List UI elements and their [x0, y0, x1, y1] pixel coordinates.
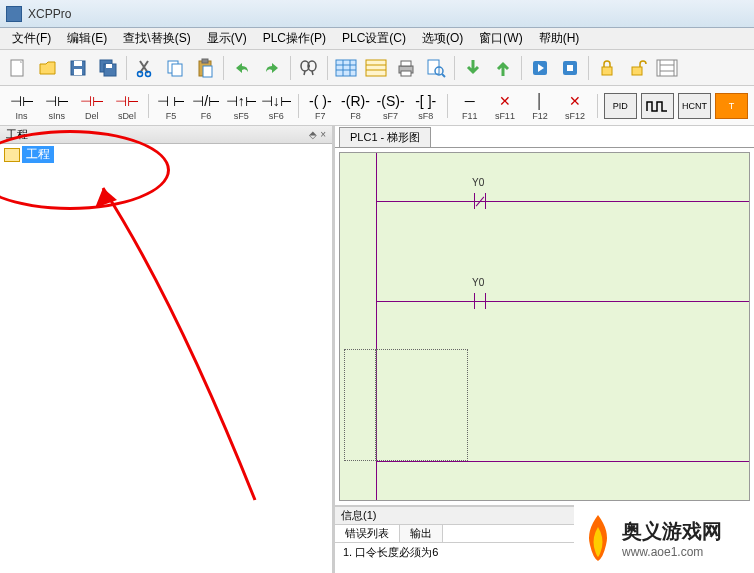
rung2-contact[interactable] [470, 293, 490, 309]
unlock-button[interactable] [623, 54, 651, 82]
folder-icon [4, 148, 20, 162]
project-sidebar: 工程 ⬘ × 工程 [0, 126, 335, 573]
watermark-title: 奥义游戏网 [622, 518, 722, 545]
rung2-label: Y0 [472, 277, 484, 288]
lb-f5[interactable]: ⊣ ⊢F5 [155, 91, 186, 121]
lb-del[interactable]: ⊣⊢Del [76, 91, 107, 121]
lb-t[interactable]: T [715, 93, 748, 119]
rung1-contact[interactable] [470, 193, 490, 209]
lock-button[interactable] [593, 54, 621, 82]
sidebar-title: 工程 [6, 127, 28, 142]
tab-plc1[interactable]: PLC1 - 梯形图 [339, 127, 431, 147]
watermark-url: www.aoe1.com [622, 545, 722, 559]
menubar: 文件(F) 编辑(E) 查找\替换(S) 显示(V) PLC操作(P) PLC设… [0, 28, 754, 50]
sidebar-pin-icon[interactable]: ⬘ × [309, 129, 326, 140]
ladder-view-button[interactable] [653, 54, 681, 82]
run-button[interactable] [526, 54, 554, 82]
lb-ins[interactable]: ⊣⊢Ins [6, 91, 37, 121]
svg-rect-2 [74, 61, 82, 66]
svg-rect-25 [567, 65, 573, 71]
tree-root[interactable]: 工程 [0, 144, 332, 165]
lb-f8[interactable]: -(R)-F8 [340, 91, 371, 121]
lb-sf6[interactable]: ⊣↓⊢sF6 [261, 91, 292, 121]
lb-pulse[interactable] [641, 93, 674, 119]
redo-button[interactable] [258, 54, 286, 82]
stop-button[interactable] [556, 54, 584, 82]
lb-pid[interactable]: PID [604, 93, 637, 119]
editor-tabs: PLC1 - 梯形图 [335, 126, 754, 148]
paste-button[interactable] [191, 54, 219, 82]
rung-2-wire [376, 301, 749, 302]
lb-f7[interactable]: -( )-F7 [305, 91, 336, 121]
lb-sf8[interactable]: -[ ]-sF8 [410, 91, 441, 121]
svg-rect-17 [366, 60, 386, 76]
menu-view[interactable]: 显示(V) [199, 28, 255, 49]
svg-rect-26 [602, 67, 612, 75]
menu-plcset[interactable]: PLC设置(C) [334, 28, 414, 49]
menu-help[interactable]: 帮助(H) [531, 28, 588, 49]
svg-rect-19 [401, 61, 411, 66]
app-icon [6, 6, 22, 22]
app-title: XCPPro [28, 7, 71, 21]
lb-sdel[interactable]: ⊣⊢sDel [111, 91, 142, 121]
sidebar-header: 工程 ⬘ × [0, 126, 332, 144]
main-toolbar [0, 50, 754, 86]
find-button[interactable] [295, 54, 323, 82]
new-button[interactable] [4, 54, 32, 82]
menu-option[interactable]: 选项(O) [414, 28, 471, 49]
lb-f11[interactable]: ─F11 [454, 91, 485, 121]
info-tab-output[interactable]: 输出 [400, 525, 443, 542]
svg-rect-10 [172, 64, 182, 76]
lb-sf11[interactable]: ✕sF11 [489, 91, 520, 121]
menu-search[interactable]: 查找\替换(S) [115, 28, 198, 49]
svg-rect-13 [203, 66, 212, 77]
rung-1-wire [376, 201, 749, 202]
svg-rect-3 [74, 69, 82, 75]
watermark-flame-icon [578, 513, 618, 563]
lb-sf12[interactable]: ✕sF12 [560, 91, 591, 121]
menu-plcop[interactable]: PLC操作(P) [255, 28, 334, 49]
lb-sins[interactable]: ⊣⊢sIns [41, 91, 72, 121]
svg-point-8 [146, 71, 151, 76]
ladder-instruction-bar: ⊣⊢Ins ⊣⊢sIns ⊣⊢Del ⊣⊢sDel ⊣ ⊢F5 ⊣/⊢F6 ⊣↑… [0, 86, 754, 126]
grid2-button[interactable] [362, 54, 390, 82]
rung-end [376, 461, 749, 462]
menu-edit[interactable]: 编辑(E) [59, 28, 115, 49]
menu-window[interactable]: 窗口(W) [471, 28, 530, 49]
menu-file[interactable]: 文件(F) [4, 28, 59, 49]
open-button[interactable] [34, 54, 62, 82]
titlebar: XCPPro [0, 0, 754, 28]
svg-rect-12 [202, 59, 208, 63]
grid1-button[interactable] [332, 54, 360, 82]
undo-button[interactable] [228, 54, 256, 82]
lb-hcnt[interactable]: HCNT [678, 93, 711, 119]
svg-rect-6 [106, 64, 112, 68]
save-button[interactable] [64, 54, 92, 82]
ladder-canvas[interactable]: Y0 Y0 [339, 152, 750, 501]
preview-button[interactable] [422, 54, 450, 82]
lb-f12[interactable]: │F12 [524, 91, 555, 121]
svg-rect-16 [336, 60, 356, 76]
copy-button[interactable] [161, 54, 189, 82]
rung1-label: Y0 [472, 177, 484, 188]
sel-main [376, 349, 468, 461]
info-tab-errors[interactable]: 错误列表 [335, 525, 400, 542]
lb-sf5[interactable]: ⊣↑⊢sF5 [226, 91, 257, 121]
cut-button[interactable] [131, 54, 159, 82]
tree-root-label: 工程 [22, 146, 54, 163]
lb-sf7[interactable]: -(S)-sF7 [375, 91, 406, 121]
print-button[interactable] [392, 54, 420, 82]
watermark: 奥义游戏网 www.aoe1.com [574, 503, 754, 573]
lb-f6[interactable]: ⊣/⊢F6 [191, 91, 222, 121]
sel-left [344, 349, 376, 461]
svg-point-7 [138, 71, 143, 76]
saveall-button[interactable] [94, 54, 122, 82]
svg-rect-20 [401, 71, 411, 76]
download-button[interactable] [459, 54, 487, 82]
upload-button[interactable] [489, 54, 517, 82]
svg-rect-27 [632, 67, 642, 75]
